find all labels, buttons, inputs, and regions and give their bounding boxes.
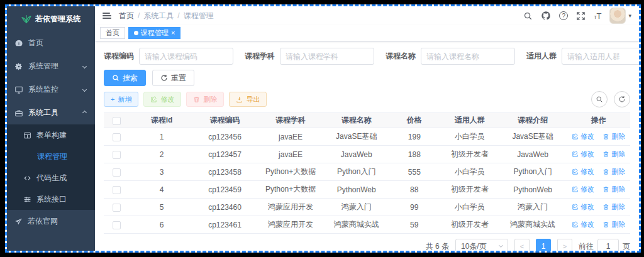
refresh-icon [618,96,626,103]
row-delete-link[interactable]: 删除 [602,132,625,141]
edit-button[interactable]: 修改 [143,92,181,107]
select-all-checkbox[interactable] [113,117,121,125]
app-logo: 若依管理系统 [7,6,95,31]
table-body: 1 cp123456 javaEE JavaSE基础 199 小白学员 Java… [104,128,630,234]
row-edit-link[interactable]: 修改 [572,185,594,194]
search-icon [112,74,119,82]
course-name-input[interactable] [421,48,515,65]
table-row: 1 cp123456 javaEE JavaSE基础 199 小白学员 Java… [104,128,630,146]
sidebar-item-label: 表单构建 [36,130,87,141]
audience-input[interactable] [562,48,639,65]
delete-button[interactable]: 删除 [186,92,224,107]
github-icon[interactable] [541,11,551,21]
tab-home[interactable]: 首页 [100,27,125,39]
page-size-select[interactable]: 10条/页 [455,239,508,251]
trash-icon [602,133,609,140]
row-checkbox[interactable] [113,221,121,229]
sidebar-item-official-site[interactable]: 若依官网 [7,210,95,233]
navbar-actions: ? тT ▾ [523,8,631,24]
edit-icon [572,168,579,175]
gear-icon [14,62,23,71]
row-delete-link[interactable]: 删除 [602,150,625,159]
menu-fold-icon[interactable] [103,13,111,19]
sidebar-item-form-builder[interactable]: 表单构建 [7,124,95,146]
row-delete-link[interactable]: 删除 [602,185,625,194]
active-dot [134,31,138,35]
app-window: 若依管理系统 首页 系统管理 [5,4,641,253]
sidebar-item-system-monitor[interactable]: 系统监控 [7,78,95,101]
table-header-row: 课程id 课程编码 课程学科 课程名称 价格 适用人群 课程介绍 操作 [104,113,630,128]
sidebar-item-home[interactable]: 首页 [7,31,95,55]
toggle-search-button[interactable] [591,91,608,107]
course-code-input[interactable] [139,48,233,65]
sidebar-item-course-management[interactable]: 课程管理 [7,146,95,167]
next-page-button[interactable]: > [557,239,572,251]
refresh-button[interactable] [614,91,630,107]
table-row: 3 cp123458 Python+大数据 Python入门 555 小白学员 … [104,163,630,181]
chevron-up-icon [82,111,87,115]
caret-down-icon [499,243,503,248]
row-checkbox[interactable] [113,204,121,212]
field-course-subject: 课程学科 [245,48,374,65]
main-area: 首页 / 系统工具 / 课程管理 ? тT [95,6,639,251]
monitor-icon [14,85,23,94]
edit-icon [572,186,579,193]
avatar [609,8,626,24]
toolbar-right [591,91,630,107]
course-table: 课程id 课程编码 课程学科 课程名称 价格 适用人群 课程介绍 操作 1 cp… [104,112,630,234]
close-icon[interactable]: × [171,30,175,36]
row-checkbox[interactable] [113,133,121,141]
sidebar-item-system-tools[interactable]: 系统工具 [7,101,95,124]
form-grid-icon [23,131,31,139]
edit-icon [572,151,579,158]
form-actions: 搜索 重置 [104,70,630,86]
row-checkbox[interactable] [113,186,121,194]
sidebar: 若依管理系统 首页 系统管理 [7,6,95,251]
search-icon[interactable] [523,11,533,21]
sidebar-item-label: 若依官网 [28,216,87,227]
export-button[interactable]: 导出 [229,92,267,107]
search-button[interactable]: 搜索 [104,70,146,86]
font-size-icon[interactable]: тT [594,11,601,21]
sidebar-item-code-generation[interactable]: 代码生成 [7,167,95,189]
edit-icon [572,204,579,211]
sidebar-item-system-management[interactable]: 系统管理 [7,55,95,78]
row-edit-link[interactable]: 修改 [572,202,594,212]
row-delete-link[interactable]: 删除 [602,202,625,212]
page-number-1[interactable]: 1 [536,239,551,251]
add-button[interactable]: + 新增 [104,92,138,107]
search-icon [596,96,603,103]
table-row: 2 cp123457 javaEE JavaWeb 188 初级开发者 Java… [104,146,630,163]
sliders-icon [23,195,31,204]
row-edit-link[interactable]: 修改 [572,220,594,229]
row-checkbox[interactable] [113,168,121,177]
goto-page: 前往 页 [579,239,630,251]
tags-view: 首页 课程管理 × [95,25,639,41]
course-subject-input[interactable] [280,48,374,65]
reset-button[interactable]: 重置 [152,70,194,86]
help-icon[interactable]: ? [559,11,568,20]
sidebar-item-system-api[interactable]: 系统接口 [7,189,95,210]
fullscreen-icon[interactable] [576,11,586,21]
paper-plane-icon [14,217,23,226]
screenshot-frame: 若依管理系统 首页 系统管理 [0,0,644,257]
breadcrumb-page: 课程管理 [184,11,214,21]
total-count: 共 6 条 [426,241,449,251]
row-checkbox[interactable] [113,151,121,159]
field-course-name: 课程名称 [386,48,515,65]
sidebar-item-label: 系统接口 [36,194,87,205]
tab-course-management[interactable]: 课程管理 × [128,27,180,39]
goto-page-input[interactable] [597,239,619,251]
user-menu[interactable]: ▾ [609,8,631,24]
row-delete-link[interactable]: 删除 [602,167,625,177]
row-delete-link[interactable]: 删除 [602,220,625,229]
plus-icon: + [111,96,114,103]
prev-page-button[interactable]: < [514,239,530,251]
table-row: 4 cp123459 Python+大数据 PythonWeb 88 初级开发者… [104,181,630,199]
breadcrumb-home[interactable]: 首页 [119,11,134,21]
chevron-down-icon [82,64,87,68]
row-edit-link[interactable]: 修改 [572,150,594,159]
row-edit-link[interactable]: 修改 [572,167,594,177]
row-edit-link[interactable]: 修改 [572,132,594,141]
logo-leaf-icon [21,14,31,24]
